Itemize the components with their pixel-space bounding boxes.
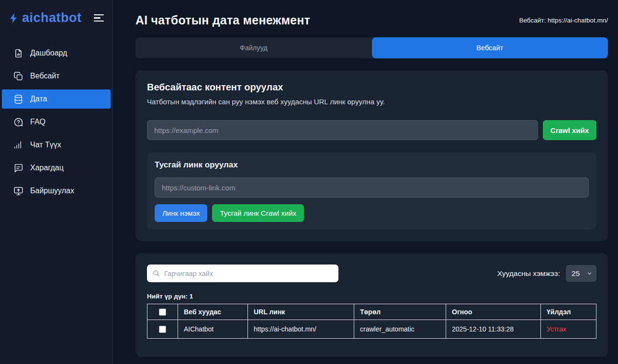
hamburger-menu-icon[interactable] bbox=[92, 12, 106, 24]
delete-link[interactable]: Устгах bbox=[541, 320, 596, 339]
page-size-control: Хуудасны хэмжээ: 25 bbox=[497, 265, 596, 282]
custom-crawl-button[interactable]: Тусгай линк Crawl хийх bbox=[212, 204, 304, 222]
crawl-section-title: Вебсайтаас контент оруулах bbox=[147, 82, 596, 93]
sidebar-item-label: Харагдац bbox=[30, 164, 64, 172]
bar-chart-icon bbox=[13, 140, 23, 150]
table-toolbar: Хуудасны хэмжээ: 25 bbox=[147, 265, 596, 282]
table-row: AIChatbot https://ai-chatbot.mn/ crawler… bbox=[147, 320, 596, 339]
tab-bar: Файлууд Вебсайт bbox=[135, 37, 608, 58]
search-icon bbox=[153, 270, 160, 277]
sidebar: aichatbot Дашбоард Вебсайт bbox=[0, 0, 113, 364]
tab-website[interactable]: Вебсайт bbox=[372, 37, 608, 58]
column-header-type: Төрөл bbox=[354, 304, 446, 320]
column-header-page: Веб хуудас bbox=[178, 304, 248, 320]
monitor-upload-icon bbox=[13, 186, 23, 196]
select-all-checkbox[interactable] bbox=[159, 309, 166, 316]
sidebar-item-faq[interactable]: FAQ bbox=[2, 112, 111, 132]
crawl-url-input[interactable] bbox=[147, 120, 538, 140]
question-bubble-icon bbox=[13, 117, 23, 127]
search-box[interactable] bbox=[147, 265, 338, 282]
sidebar-nav: Дашбоард Вебсайт Дата FAQ bbox=[0, 44, 112, 200]
sidebar-item-label: Байршуулах bbox=[30, 187, 74, 195]
cell-url: https://ai-chatbot.mn/ bbox=[248, 320, 354, 339]
lightning-bolt-icon bbox=[8, 11, 20, 25]
sidebar-item-deploy[interactable]: Байршуулах bbox=[2, 181, 111, 200]
page-size-value: 25 bbox=[572, 269, 580, 278]
sidebar-item-label: FAQ bbox=[30, 118, 45, 126]
tab-files[interactable]: Файлууд bbox=[135, 37, 372, 58]
app-window: aichatbot Дашбоард Вебсайт bbox=[0, 0, 618, 364]
page-header: AI чатботын дата менежмент Вебсайт: http… bbox=[135, 0, 608, 37]
crawl-button[interactable]: Crawl хийх bbox=[543, 120, 596, 140]
sidebar-item-label: Вебсайт bbox=[30, 72, 60, 80]
chevron-down-icon bbox=[587, 271, 592, 276]
crawl-section-subtitle: Чатботын мэдлэгийн сан руу нэмэх веб хуу… bbox=[147, 98, 596, 106]
sidebar-item-website[interactable]: Вебсайт bbox=[2, 66, 111, 86]
sidebar-item-chat-history[interactable]: Чат Түүх bbox=[2, 135, 111, 154]
message-square-icon bbox=[13, 163, 23, 173]
cell-type: crawler_automatic bbox=[354, 320, 446, 339]
results-panel: Хуудасны хэмжээ: 25 Нийт үр дүн: 1 Веб х… bbox=[135, 253, 608, 357]
add-link-button[interactable]: Линк нэмэх bbox=[155, 204, 207, 222]
sidebar-item-data[interactable]: Дата bbox=[2, 89, 111, 109]
sidebar-item-label: Дата bbox=[30, 95, 47, 103]
row-checkbox[interactable] bbox=[159, 326, 166, 333]
search-input[interactable] bbox=[164, 270, 333, 277]
column-header-action: Үйлдэл bbox=[541, 304, 596, 320]
sidebar-item-dashboard[interactable]: Дашбоард bbox=[2, 44, 111, 63]
crawl-panel: Вебсайтаас контент оруулах Чатботын мэдл… bbox=[135, 70, 608, 241]
custom-link-panel: Тусгай линк оруулах Линк нэмэх Тусгай ли… bbox=[147, 153, 596, 230]
brand-name: aichatbot bbox=[22, 11, 82, 25]
file-chart-icon bbox=[13, 48, 23, 58]
custom-link-buttons: Линк нэмэх Тусгай линк Crawl хийх bbox=[155, 204, 589, 222]
column-header-url: URL линк bbox=[248, 304, 354, 320]
results-table: Веб хуудас URL линк Төрөл Огноо Үйлдэл A… bbox=[147, 304, 596, 339]
column-header-date: Огноо bbox=[446, 304, 541, 320]
cell-page-name: AIChatbot bbox=[178, 320, 248, 339]
copy-pages-icon bbox=[13, 71, 23, 81]
sidebar-item-label: Дашбоард bbox=[30, 49, 67, 57]
sidebar-item-appearance[interactable]: Харагдац bbox=[2, 158, 111, 177]
database-icon bbox=[13, 94, 23, 104]
crawl-input-row: Crawl хийх bbox=[147, 120, 596, 140]
logo[interactable]: aichatbot bbox=[0, 7, 112, 29]
website-url-label: Вебсайт: https://ai-chatbot.mn/ bbox=[519, 17, 608, 24]
page-size-label: Хуудасны хэмжээ: bbox=[497, 269, 560, 278]
main-content: AI чатботын дата менежмент Вебсайт: http… bbox=[113, 0, 618, 364]
custom-link-input[interactable] bbox=[155, 177, 589, 198]
custom-link-title: Тусгай линк оруулах bbox=[155, 160, 589, 170]
page-size-select[interactable]: 25 bbox=[566, 265, 596, 282]
table-header-row: Веб хуудас URL линк Төрөл Огноо Үйлдэл bbox=[147, 304, 596, 320]
total-results-label: Нийт үр дүн: 1 bbox=[147, 293, 596, 300]
sidebar-item-label: Чат Түүх bbox=[30, 141, 61, 149]
page-title: AI чатботын дата менежмент bbox=[135, 13, 310, 27]
cell-date: 2025-12-10 11:33:28 bbox=[446, 320, 541, 339]
